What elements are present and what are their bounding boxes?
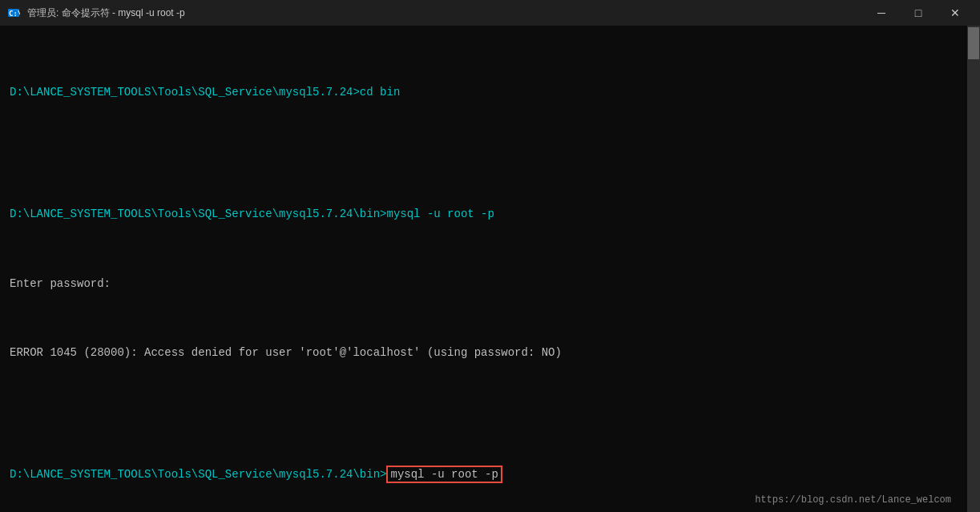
blank-line-1 (10, 136, 958, 154)
line-second-mysql: D:\LANCE_SYSTEM_TOOLS\Tools\SQL_Service\… (10, 466, 958, 484)
window-title: 管理员: 命令提示符 - mysql -u root -p (27, 6, 863, 20)
svg-text:C:\: C:\ (9, 10, 20, 18)
terminal-wrapper: D:\LANCE_SYSTEM_TOOLS\Tools\SQL_Service\… (0, 26, 980, 512)
terminal-content[interactable]: D:\LANCE_SYSTEM_TOOLS\Tools\SQL_Service\… (0, 26, 967, 512)
scrollbar-thumb[interactable] (968, 27, 979, 59)
blank-line-2 (10, 397, 958, 414)
line-enter-password-1: Enter password: (10, 276, 958, 293)
close-button[interactable]: ✕ (937, 0, 974, 26)
title-bar: C:\ 管理员: 命令提示符 - mysql -u root -p ─ □ ✕ (0, 0, 980, 26)
line-error: ERROR 1045 (28000): Access denied for us… (10, 345, 958, 362)
maximize-button[interactable]: □ (900, 0, 937, 26)
window-controls[interactable]: ─ □ ✕ (863, 0, 974, 26)
minimize-button[interactable]: ─ (863, 0, 900, 26)
watermark: https://blog.csdn.net/Lance_welcom (755, 494, 951, 506)
line-first-mysql: D:\LANCE_SYSTEM_TOOLS\Tools\SQL_Service\… (10, 206, 958, 224)
highlighted-command: mysql -u root -p (386, 466, 502, 483)
cmd-icon: C:\ (6, 6, 21, 20)
terminal-output: D:\LANCE_SYSTEM_TOOLS\Tools\SQL_Service\… (10, 32, 958, 512)
line-cd-bin: D:\LANCE_SYSTEM_TOOLS\Tools\SQL_Service\… (10, 84, 958, 102)
line-cyan-1: D:\LANCE_SYSTEM_TOOLS\Tools\SQL_Service\… (10, 86, 400, 99)
scrollbar[interactable] (967, 26, 980, 512)
